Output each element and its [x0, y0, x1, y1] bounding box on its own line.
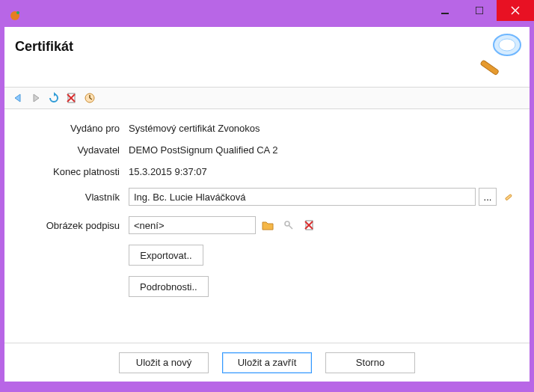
cancel-button[interactable]: Storno [325, 352, 415, 373]
svg-rect-18 [506, 195, 512, 200]
client-area: Certifikát [4, 27, 530, 382]
row-expiry: Konec platnosti 15.3.2015 9:37:07 [16, 166, 518, 177]
svg-rect-8 [480, 60, 499, 76]
signature-input[interactable] [129, 216, 256, 234]
expiry-value: 15.3.2015 9:37:07 [129, 166, 518, 177]
svg-marker-9 [15, 94, 20, 102]
issuer-value: DEMO PostSignum Qualified CA 2 [129, 144, 518, 156]
minimize-button[interactable] [428, 0, 462, 21]
titlebar [4, 4, 530, 27]
nav-back-button[interactable] [10, 91, 25, 105]
page-title: Certifikát [15, 39, 73, 55]
issued-to-label: Vydáno pro [16, 123, 129, 134]
row-export: Exportovat.. [16, 245, 518, 266]
form: Vydáno pro Systémový certifikát Zvonokos… [4, 109, 530, 343]
owner-clear-button[interactable] [500, 188, 518, 206]
svg-marker-11 [54, 92, 56, 97]
issuer-label: Vydavatel [16, 144, 129, 156]
maximize-button[interactable] [462, 0, 497, 21]
svg-point-7 [499, 39, 515, 51]
expiry-label: Konec platnosti [16, 166, 129, 177]
svg-rect-2 [441, 13, 449, 14]
app-icon [9, 10, 21, 22]
nav-forward-button[interactable] [28, 91, 43, 105]
signature-folder-button[interactable] [259, 216, 277, 234]
history-button[interactable] [82, 91, 97, 105]
row-details: Podrobnosti.. [16, 276, 518, 297]
titlebar-controls [428, 0, 534, 21]
signature-key-button[interactable] [280, 216, 298, 234]
save-and-new-button[interactable]: Uložit a nový [119, 352, 209, 373]
owner-label: Vlastník [16, 192, 129, 203]
issued-to-value: Systémový certifikát Zvonokos [129, 123, 518, 134]
signature-remove-button[interactable] [301, 216, 319, 234]
owner-browse-button[interactable]: ... [479, 188, 497, 206]
toolbar [4, 87, 530, 109]
owner-input[interactable] [129, 188, 476, 206]
refresh-button[interactable] [46, 91, 61, 105]
row-owner: Vlastník ... [16, 188, 518, 206]
window-frame: Certifikát [0, 0, 534, 392]
save-and-close-button[interactable]: Uložit a zavřít [222, 352, 312, 373]
export-button[interactable]: Exportovat.. [129, 245, 203, 266]
row-signature: Obrázek podpisu [16, 216, 518, 234]
svg-point-1 [16, 11, 19, 14]
footer-buttons: Uložit a nový Uložit a zavřít Storno [4, 343, 530, 382]
row-issued-to: Vydáno pro Systémový certifikát Zvonokos [16, 123, 518, 134]
details-button[interactable]: Podrobnosti.. [129, 276, 209, 297]
svg-line-20 [289, 225, 292, 229]
close-button[interactable] [497, 0, 534, 21]
row-issuer: Vydavatel DEMO PostSignum Qualified CA 2 [16, 144, 518, 156]
magnifier-icon [476, 30, 524, 80]
header: Certifikát [4, 27, 530, 87]
svg-marker-10 [34, 94, 39, 102]
signature-label: Obrázek podpisu [16, 220, 129, 231]
svg-rect-3 [476, 7, 483, 14]
delete-button[interactable] [64, 91, 79, 105]
titlebar-left [9, 10, 25, 22]
